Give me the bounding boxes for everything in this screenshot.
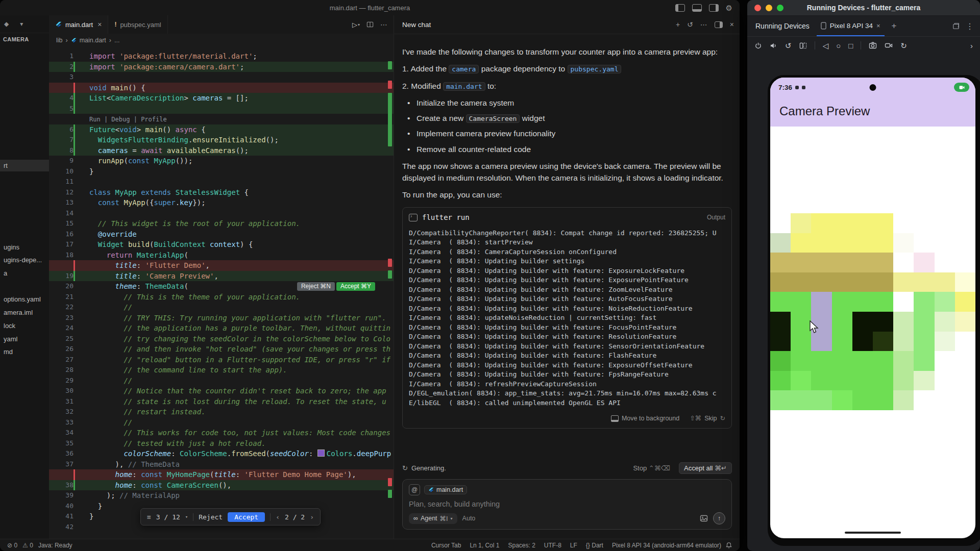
reject-change-button[interactable]: Reject ⌘N (297, 282, 335, 291)
explorer-item[interactable]: lock (0, 320, 49, 332)
move-to-background-button[interactable]: Move to background (611, 414, 679, 423)
code-row[interactable]: 23 // TRY THIS: Try running your applica… (49, 313, 394, 323)
agent-mode-pill[interactable]: ∞ Agent ⌘I ▾ (409, 513, 457, 524)
record-video-icon[interactable] (885, 41, 893, 49)
code-row[interactable]: 18 return MaterialApp( (49, 250, 394, 261)
code-row[interactable]: 15 // This widget is the root of your ap… (49, 218, 394, 229)
home-indicator-bar[interactable] (845, 532, 901, 534)
code-row[interactable]: 39 ); // MaterialApp (49, 490, 394, 501)
close-device-tab-icon[interactable]: × (876, 22, 880, 30)
close-window-button[interactable] (754, 5, 761, 11)
code-row[interactable]: 22 // (49, 302, 394, 313)
code-row[interactable]: void main() { (49, 83, 394, 93)
code-row[interactable]: 14 (49, 208, 394, 219)
code-row[interactable]: 33 // (49, 417, 394, 428)
code-row[interactable]: 7 WidgetsFlutterBinding.ensureInitialize… (49, 135, 394, 145)
more-actions-icon[interactable]: ⋯ (380, 20, 387, 29)
toolbar-overflow-chevron-icon[interactable]: › (970, 42, 973, 49)
explorer-item[interactable]: ugins-depe... (0, 254, 49, 266)
explorer-section-label[interactable]: CAMERA (0, 33, 49, 43)
status-item[interactable]: Cursor Tab (431, 542, 461, 549)
fold-device-icon[interactable] (799, 42, 807, 49)
run-button[interactable]: ▷▾ (352, 21, 360, 29)
accept-all-button[interactable]: Accept all ⌘↵ (679, 462, 732, 474)
panel-layout-icon[interactable] (715, 21, 723, 28)
explorer-item[interactable]: amera.iml (0, 307, 49, 318)
code-row[interactable]: 19 title: 'Camera Preview', (49, 271, 394, 282)
model-auto-label[interactable]: Auto (462, 515, 476, 522)
code-row[interactable]: 31 // state is not lost during the reloa… (49, 396, 394, 407)
kebab-menu-icon[interactable]: ⋮ (966, 21, 974, 31)
breadcrumb-more[interactable]: ... (114, 37, 119, 44)
accept-button[interactable]: Accept (228, 512, 265, 522)
code-row[interactable]: Run | Debug | Profile (49, 114, 394, 124)
terminal-output[interactable]: D/CompatibilityChangeReporter( 8834): Co… (403, 228, 731, 411)
code-row[interactable]: 32 // restart instead. (49, 407, 394, 417)
stop-button[interactable]: Stop ⌃⌘⌫ (633, 464, 670, 472)
code-row[interactable]: 30 // Notice that the counter didn't res… (49, 386, 394, 396)
chat-tab[interactable]: New chat (394, 21, 431, 29)
chat-input[interactable] (409, 500, 725, 508)
code-row[interactable]: 27 // "reload" button in a Flutter-suppo… (49, 355, 394, 365)
tab-main-dart[interactable]: main.dart × (49, 15, 108, 34)
code-row[interactable]: home: const MyHomePage(title: 'Flutter D… (49, 469, 394, 480)
code-row[interactable]: 8 cameras = await availableCameras(); (49, 145, 394, 156)
explorer-item[interactable]: options.yaml (0, 293, 49, 305)
toggle-secondary-sidebar-icon[interactable] (709, 4, 719, 12)
close-chat-icon[interactable]: × (730, 20, 734, 29)
explorer-item[interactable]: ugins (0, 241, 49, 253)
java-status[interactable]: Java: Ready (38, 542, 72, 549)
status-item[interactable]: {} Dart (586, 542, 603, 549)
breadcrumb[interactable]: lib › main.dart › ... (49, 34, 394, 47)
code-row[interactable]: 4List<CameraDescription> cameras = []; (49, 93, 394, 104)
float-window-icon[interactable] (952, 22, 960, 30)
prev-diff-icon[interactable]: ‹ (276, 513, 280, 521)
zoom-window-button[interactable] (777, 5, 783, 11)
explorer-item[interactable]: rt (0, 160, 49, 171)
code-row[interactable]: 1import 'package:flutter/material.dart'; (49, 51, 394, 62)
output-label[interactable]: Output (707, 213, 725, 222)
breadcrumb-file[interactable]: main.dart (80, 37, 106, 44)
code-row[interactable]: 24 // the application has a purple toolb… (49, 323, 394, 334)
code-row[interactable]: 13 const MyApp({super.key}); (49, 197, 394, 208)
back-icon[interactable]: ◁ (823, 42, 829, 49)
status-item[interactable]: Pixel 8 API 34 (android-arm64 emulator) (612, 542, 721, 549)
more-options-icon[interactable]: ⋯ (700, 20, 707, 29)
explorer-item[interactable]: md (0, 346, 49, 358)
volume-icon[interactable] (770, 42, 777, 49)
inline-code-chip[interactable]: CameraScreen (466, 114, 520, 123)
code-row[interactable]: 35 // tested with just a hot reload. (49, 438, 394, 449)
history-icon[interactable]: ↺ (687, 20, 693, 29)
add-device-icon[interactable]: + (892, 21, 897, 31)
inline-code-chip[interactable]: pubspec.yaml (568, 65, 622, 73)
home-icon[interactable]: ○ (836, 42, 841, 49)
code-row[interactable]: 2import 'package:camera/camera.dart'; (49, 62, 394, 72)
code-row[interactable]: 28 // the command line to start the app)… (49, 365, 394, 375)
camera-preview[interactable] (770, 213, 975, 410)
status-item[interactable]: LF (570, 542, 577, 549)
power-icon[interactable] (754, 42, 762, 49)
inline-code-chip[interactable]: camera (449, 65, 479, 73)
code-row[interactable]: 16 @override (49, 229, 394, 240)
new-chat-icon[interactable]: + (676, 20, 680, 29)
bell-icon[interactable] (725, 542, 732, 549)
settings-gear-icon[interactable]: ⚙ (726, 4, 732, 12)
code-row[interactable]: 9 runApp(const MyApp()); (49, 156, 394, 166)
explorer-item[interactable]: a (0, 267, 49, 279)
accept-change-button[interactable]: Accept ⌘Y (336, 282, 375, 291)
code-row[interactable]: 37 ), // ThemeData (49, 459, 394, 470)
breadcrumb-folder[interactable]: lib (56, 37, 63, 44)
code-row[interactable]: title: 'Flutter Demo', (49, 260, 394, 271)
code-row[interactable]: 36 colorScheme: ColorScheme.fromSeed(see… (49, 448, 394, 459)
code-row[interactable]: 26 // and then invoke "hot reload" (save… (49, 344, 394, 355)
image-icon[interactable] (700, 514, 708, 522)
code-row[interactable]: 29 // (49, 375, 394, 386)
color-swatch[interactable] (317, 449, 325, 457)
inline-code-chip[interactable]: main.dart (443, 82, 485, 91)
code-row[interactable]: 20 theme: ThemeData(Reject ⌘NAccept ⌘Y (49, 281, 394, 292)
rotate-left-icon[interactable]: ↺ (785, 42, 792, 49)
code-row[interactable]: 17 Widget build(BuildContext context) { (49, 239, 394, 250)
overview-icon[interactable]: □ (848, 42, 853, 49)
status-item[interactable]: Ln 1, Col 1 (470, 542, 499, 549)
send-button[interactable]: ↑ (713, 512, 725, 524)
